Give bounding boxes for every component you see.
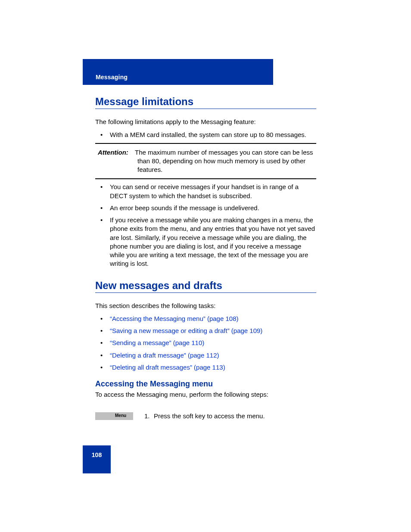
list-item: You can send or receive messages if your… xyxy=(95,183,316,200)
bullet-list-a: With a MEM card installed, the system ca… xyxy=(95,131,316,139)
document-page: Messaging Message limitations The follow… xyxy=(0,0,411,532)
attention-label: Attention: xyxy=(98,148,135,157)
intro-paragraph: The following limitations apply to the M… xyxy=(95,118,316,126)
subsection-title: Accessing the Messaging menu xyxy=(95,380,316,389)
cross-reference-link[interactable]: “Saving a new message or editing a draft… xyxy=(110,327,262,334)
step-row: Menu 1.Press the soft key to access the … xyxy=(95,412,316,420)
page-content: Message limitations The following limita… xyxy=(95,90,316,421)
cross-reference-link[interactable]: “Deleting a draft message” (page 112) xyxy=(110,352,219,359)
step-number: 1. xyxy=(144,412,154,420)
attention-box: Attention:The maximum number of messages… xyxy=(95,143,316,180)
list-item: “Deleting a draft message” (page 112) xyxy=(95,351,316,360)
list-item: “Sending a message” (page 110) xyxy=(95,339,316,347)
list-item: If you receive a message while you are m… xyxy=(95,216,316,268)
page-number: 108 xyxy=(83,451,111,458)
header-band: Messaging xyxy=(83,59,273,85)
bullet-list-b: You can send or receive messages if your… xyxy=(95,183,316,268)
cross-reference-link[interactable]: “Accessing the Messaging menu” (page 108… xyxy=(110,315,239,322)
softkey-label: Menu xyxy=(115,413,126,418)
list-item: With a MEM card installed, the system ca… xyxy=(95,131,316,139)
section-title-drafts: New messages and drafts xyxy=(95,280,316,293)
list-item: “Accessing the Messaging menu” (page 108… xyxy=(95,314,316,323)
subsection-intro: To access the Messaging menu, perform th… xyxy=(95,390,316,399)
step-instruction: Press the soft key to access the menu. xyxy=(154,412,265,420)
section-title-limitations: Message limitations xyxy=(95,96,316,109)
attention-text: The maximum number of messages you can s… xyxy=(135,149,313,174)
step-text: 1.Press the soft key to access the menu. xyxy=(144,412,265,420)
list-item: “Saving a new message or editing a draft… xyxy=(95,327,316,335)
list-item: An error beep sounds if the message is u… xyxy=(95,204,316,212)
link-list: “Accessing the Messaging menu” (page 108… xyxy=(95,314,316,372)
intro-paragraph: This section describes the following tas… xyxy=(95,302,316,310)
softkey-graphic: Menu xyxy=(95,412,133,420)
cross-reference-link[interactable]: “Sending a message” (page 110) xyxy=(110,339,204,346)
list-item: “Deleting all draft messages” (page 113) xyxy=(95,363,316,372)
page-number-box: 108 xyxy=(83,445,111,473)
header-section-label: Messaging xyxy=(96,74,128,81)
cross-reference-link[interactable]: “Deleting all draft messages” (page 113) xyxy=(110,364,225,371)
